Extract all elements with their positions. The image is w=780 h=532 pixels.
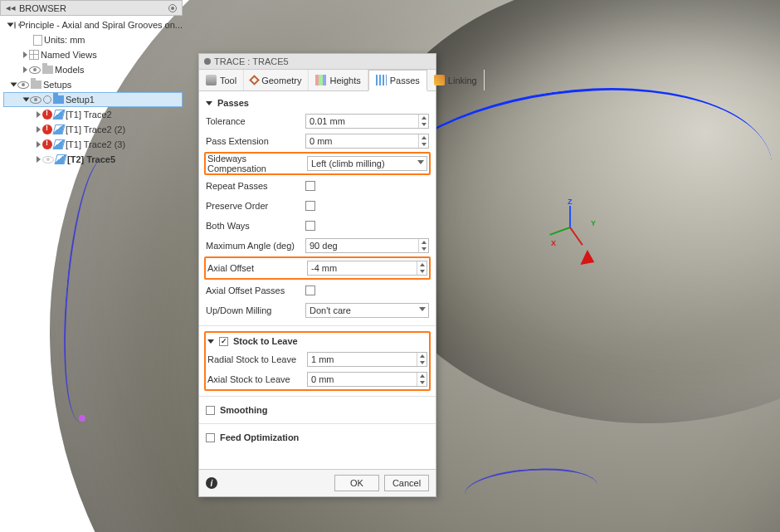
axial-offset-passes-checkbox[interactable]: [305, 286, 315, 295]
spinner[interactable]: [418, 115, 428, 128]
section-title: Feed Optimization: [220, 432, 299, 442]
axial-stock-input[interactable]: [307, 372, 427, 387]
updown-milling-dropdown[interactable]: [305, 303, 429, 318]
tab-tool[interactable]: Tool: [199, 70, 244, 90]
visibility-icon[interactable]: [14, 22, 16, 29]
feed-opt-checkbox[interactable]: [206, 433, 215, 442]
row-max-angle: Maximum Angle (deg): [206, 236, 429, 256]
collapse-icon[interactable]: [207, 339, 214, 344]
axial-stock-label: Axial Stock to Leave: [207, 374, 302, 384]
tree-op-trace2-3[interactable]: [T1] Trace2 (3): [3, 137, 183, 152]
tree-named-views[interactable]: Named Views: [3, 47, 183, 62]
spin-up-icon[interactable]: [420, 263, 425, 266]
spinner[interactable]: [417, 353, 427, 366]
smoothing-checkbox[interactable]: [206, 406, 215, 415]
dialog-handle-icon[interactable]: [204, 58, 211, 65]
visibility-icon[interactable]: [42, 156, 54, 164]
tree-setups[interactable]: Setups: [3, 77, 183, 92]
spin-up-icon[interactable]: [420, 374, 425, 378]
spin-up-icon[interactable]: [422, 116, 427, 120]
expand-icon[interactable]: [23, 66, 27, 73]
cancel-button[interactable]: Cancel: [384, 475, 429, 491]
tree-op-trace2-2[interactable]: [T1] Trace2 (2): [3, 122, 183, 137]
stock-section-header[interactable]: ✓Stock to Leave: [207, 333, 427, 349]
expand-icon[interactable]: [37, 111, 41, 118]
highlight-sideways-comp: Sideways Compensation: [204, 152, 431, 175]
section-title: Passes: [217, 98, 249, 108]
repeat-passes-checkbox[interactable]: [305, 181, 315, 191]
feed-opt-section[interactable]: Feed Optimization: [206, 429, 429, 446]
browser-settings-icon[interactable]: [168, 4, 177, 12]
max-angle-input[interactable]: [305, 238, 429, 253]
op-label: [T1] Trace2 (2): [66, 124, 125, 134]
tree-units[interactable]: Units: mm: [3, 32, 183, 47]
expand-icon[interactable]: [37, 156, 41, 163]
tab-passes[interactable]: Passes: [368, 70, 427, 91]
curve-endpoint: [79, 415, 85, 422]
warning-icon: [42, 124, 52, 134]
tree-root[interactable]: Principle - Axial and Spiral Grooves on.…: [3, 17, 183, 32]
named-views-icon: [29, 50, 39, 60]
tree-models[interactable]: Models: [3, 62, 183, 77]
spinner[interactable]: [417, 261, 427, 275]
sideways-compensation-dropdown[interactable]: [307, 156, 427, 171]
ok-button[interactable]: OK: [334, 475, 379, 491]
spinner[interactable]: [418, 134, 428, 148]
tab-geometry[interactable]: Geometry: [244, 70, 309, 90]
x-axis[interactable]: [569, 227, 583, 245]
expand-icon[interactable]: [7, 23, 14, 27]
spin-down-icon[interactable]: [422, 123, 427, 126]
tolerance-input[interactable]: [305, 114, 429, 129]
expand-icon[interactable]: [23, 51, 27, 58]
row-updown-milling: Up/Down Milling: [206, 300, 429, 320]
expand-icon[interactable]: [23, 98, 30, 102]
both-ways-checkbox[interactable]: [305, 221, 315, 231]
info-icon[interactable]: i: [206, 477, 217, 489]
spin-down-icon[interactable]: [420, 270, 425, 273]
spin-down-icon[interactable]: [420, 361, 425, 364]
tree-setup1[interactable]: Setup1: [3, 92, 183, 107]
radial-stock-input[interactable]: [307, 352, 427, 367]
dialog-titlebar[interactable]: TRACE : TRACE5: [199, 54, 436, 70]
view-triad[interactable]: Z Y X: [551, 203, 601, 252]
z-axis-label: Z: [568, 198, 573, 206]
visibility-icon[interactable]: [17, 81, 29, 89]
spin-up-icon[interactable]: [422, 136, 427, 139]
expand-icon[interactable]: [37, 126, 41, 133]
tree-op-trace5[interactable]: [T2] Trace5: [3, 152, 183, 167]
preserve-order-checkbox[interactable]: [305, 201, 315, 211]
collapse-icon[interactable]: ◂◂: [6, 2, 16, 13]
pass-extension-input[interactable]: [305, 134, 429, 149]
browser-header[interactable]: ◂◂ BROWSER: [0, 0, 183, 16]
axial-offset-input[interactable]: [307, 261, 427, 276]
spin-down-icon[interactable]: [420, 381, 425, 384]
divider: [199, 423, 436, 424]
active-setup-icon[interactable]: [43, 95, 51, 104]
spin-down-icon[interactable]: [422, 247, 427, 251]
z-axis[interactable]: [569, 206, 571, 227]
passes-section-header[interactable]: Passes: [206, 95, 429, 111]
spin-up-icon[interactable]: [422, 241, 427, 244]
expand-icon[interactable]: [11, 83, 17, 87]
spinner[interactable]: [418, 239, 428, 252]
expand-icon[interactable]: [37, 141, 41, 148]
dropdown-icon[interactable]: [419, 307, 426, 311]
spin-up-icon[interactable]: [420, 354, 425, 358]
tab-linking[interactable]: Linking: [427, 70, 485, 90]
tree-op-trace2[interactable]: [T1] Trace2: [3, 107, 183, 122]
operation-icon: [54, 154, 66, 164]
dropdown-icon[interactable]: [417, 160, 424, 164]
axial-offset-passes-label: Axial Offset Passes: [206, 286, 300, 295]
operation-icon: [52, 110, 65, 120]
stock-enable-checkbox[interactable]: ✓: [219, 337, 228, 346]
tab-heights[interactable]: Heights: [309, 70, 368, 90]
spinner[interactable]: [417, 373, 427, 386]
visibility-icon[interactable]: [30, 96, 41, 104]
spin-down-icon[interactable]: [422, 143, 427, 146]
smoothing-section[interactable]: Smoothing: [206, 402, 429, 418]
visibility-icon[interactable]: [29, 66, 41, 74]
named-views-label: Named Views: [41, 50, 97, 60]
collapse-icon[interactable]: [206, 101, 212, 105]
y-axis[interactable]: [549, 227, 570, 236]
row-preserve-order: Preserve Order: [206, 196, 429, 216]
